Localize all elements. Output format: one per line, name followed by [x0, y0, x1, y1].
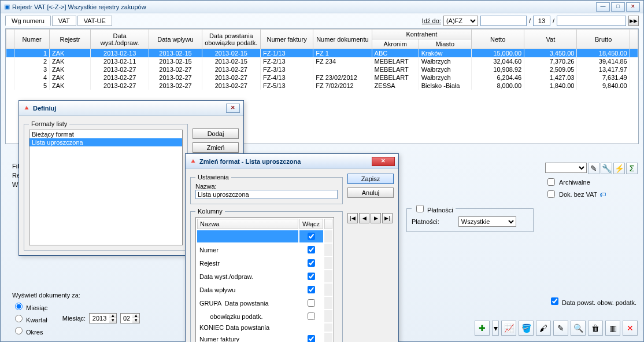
- goto-field2[interactable]: [557, 16, 626, 26]
- minimize-button[interactable]: —: [596, 2, 610, 12]
- main-titlebar: ▣ Rejestr VAT [<-Z->] Wszystkie rejestry…: [1, 1, 643, 13]
- column-row[interactable]: Data wpływu: [197, 284, 332, 296]
- archiwalne-checkbox[interactable]: [547, 178, 555, 186]
- brush-icon[interactable]: 🖌: [536, 321, 551, 336]
- year-spinner[interactable]: ▲▼: [89, 313, 117, 323]
- first-button[interactable]: |◀: [347, 213, 358, 223]
- app-icon: ▣: [4, 3, 10, 10]
- okres-radio[interactable]: [15, 327, 23, 334]
- definiuj-close-button[interactable]: ✕: [226, 104, 240, 113]
- column-row[interactable]: KONIEC Data powstania: [197, 323, 332, 332]
- column-row[interactable]: Numer faktury: [197, 333, 332, 342]
- col-miasto[interactable]: Miasto: [419, 39, 471, 49]
- column-enable-checkbox[interactable]: [308, 233, 315, 240]
- filter-edit-icon[interactable]: ✎: [588, 163, 599, 174]
- column-enable-checkbox[interactable]: [308, 273, 315, 280]
- dodaj-button[interactable]: Dodaj: [193, 128, 239, 139]
- close-icon[interactable]: ✕: [623, 321, 638, 336]
- goto-next-button[interactable]: ▶▶: [628, 16, 639, 26]
- filter-sum-icon[interactable]: Σ: [626, 163, 638, 174]
- prev-button[interactable]: ◀: [359, 213, 369, 223]
- zmien-close-button[interactable]: ✕: [372, 157, 395, 166]
- filter-flash-icon[interactable]: ⚡: [613, 163, 625, 174]
- nazwa-label: Nazwa:: [195, 183, 338, 190]
- table-row[interactable]: 3ZAK2013-02-272013-02-272013-02-27FZ-3/1…: [6, 65, 638, 73]
- tab-bar: Wg numeru VAT VAT-UE Idź do: (A)FZ / / ▶…: [1, 13, 643, 26]
- col-numer-dok[interactable]: Numer dokumentu: [313, 30, 372, 49]
- kwartal-radio[interactable]: [15, 315, 23, 322]
- filter-select[interactable]: [545, 163, 587, 173]
- datapowst-checkbox[interactable]: [551, 297, 558, 305]
- filter-tool-icon[interactable]: 🔧: [601, 163, 612, 174]
- col-netto[interactable]: Netto: [471, 30, 524, 49]
- goto-field1[interactable]: [480, 16, 527, 26]
- column-row[interactable]: Rejestr: [197, 257, 332, 269]
- list-item[interactable]: Bieżący format: [29, 130, 182, 138]
- col-brutto[interactable]: Brutto: [577, 30, 630, 49]
- add-icon[interactable]: ✚: [475, 321, 490, 336]
- column-row[interactable]: Numer: [197, 244, 332, 256]
- platnosci-toggle[interactable]: [416, 205, 424, 212]
- format-listbox[interactable]: Bieżący format Lista uproszczona: [29, 130, 183, 245]
- edit-icon[interactable]: ✎: [553, 321, 568, 336]
- anuluj-button[interactable]: Anuluj: [347, 187, 394, 198]
- column-enable-checkbox[interactable]: [308, 286, 315, 293]
- period-group: Wyświetl dokumenty za: Miesiąc Kwartał M…: [12, 292, 140, 336]
- column-enable-checkbox[interactable]: [308, 299, 315, 307]
- month-spinner[interactable]: ▲▼: [120, 313, 140, 323]
- column-row[interactable]: Data wyst./odpraw.: [197, 270, 332, 282]
- col-data-wplywu[interactable]: Data wpływu: [149, 30, 202, 49]
- toolbar-icons: ✚ ▾ 📈 🪣 🖌 ✎ 🔍 🗑 ▥ ✕: [475, 321, 638, 336]
- tab-vat-ue[interactable]: VAT-UE: [77, 16, 112, 26]
- dialog-icon: 🔺: [23, 104, 31, 112]
- col-data-powst[interactable]: Data powstania obowiązku podatk.: [202, 30, 260, 49]
- zapisz-button[interactable]: Zapisz: [347, 174, 394, 184]
- zmien-format-dialog: 🔺 Zmień format - Lista uproszczona ✕ Ust…: [185, 153, 399, 342]
- col-numer-faktury[interactable]: Numer faktury: [260, 30, 313, 49]
- column-enable-checkbox[interactable]: [308, 246, 315, 253]
- table-row[interactable]: 2ZAK2013-02-112013-02-152013-02-15FZ-2/1…: [6, 57, 638, 65]
- col-vat[interactable]: Vat: [524, 30, 577, 49]
- tab-wg-numeru[interactable]: Wg numeru: [5, 16, 51, 26]
- window-title: Rejestr VAT [<-Z->] Wszystkie rejestry z…: [12, 3, 146, 10]
- table-row[interactable]: 5ZAK2013-02-272013-02-272013-02-27FZ-5/1…: [6, 82, 638, 90]
- column-row[interactable]: GRUPA Data powstania: [197, 297, 332, 309]
- goto-page[interactable]: [533, 16, 550, 26]
- miesiac-radio[interactable]: [15, 303, 23, 310]
- dialog-icon: 🔺: [189, 157, 197, 165]
- goto-select[interactable]: (A)FZ: [443, 16, 478, 26]
- columns-icon[interactable]: ▥: [605, 321, 620, 336]
- last-button[interactable]: ▶|: [382, 213, 393, 223]
- table-row[interactable]: 4ZAK2013-02-272013-02-272013-02-27FZ-4/1…: [6, 73, 638, 82]
- col-data-wyst[interactable]: Data wyst./odpraw.: [90, 30, 149, 49]
- vat-icon: 🏷: [599, 191, 606, 198]
- magnify-icon[interactable]: 🔍: [571, 321, 586, 336]
- add-drop-icon[interactable]: ▾: [492, 321, 499, 336]
- col-kontrahent[interactable]: Kontrahent: [372, 30, 471, 39]
- trash-icon[interactable]: 🗑: [588, 321, 603, 336]
- column-enable-checkbox[interactable]: [308, 335, 315, 342]
- column-enable-checkbox[interactable]: [308, 312, 315, 320]
- next-button[interactable]: ▶: [371, 213, 381, 223]
- column-enable-checkbox[interactable]: [308, 259, 315, 267]
- zmien-button[interactable]: Zmień: [193, 142, 239, 153]
- close-button[interactable]: ✕: [626, 2, 640, 12]
- list-item[interactable]: Lista uproszczona: [29, 138, 182, 146]
- col-rejestr[interactable]: Rejestr: [50, 30, 91, 49]
- column-row[interactable]: [197, 230, 332, 242]
- platnosci-select[interactable]: Wszystkie: [458, 216, 516, 227]
- col-akronim[interactable]: Akronim: [372, 39, 419, 49]
- maximize-button[interactable]: □: [611, 2, 625, 12]
- nazwa-input[interactable]: [195, 190, 338, 199]
- column-row[interactable]: obowiązku podatk.: [197, 310, 332, 322]
- tab-vat[interactable]: VAT: [52, 16, 76, 26]
- dokbezvat-checkbox[interactable]: [547, 190, 555, 198]
- chart-icon[interactable]: 📈: [501, 321, 516, 336]
- columns-table[interactable]: Nazwa Włącz NumerRejestrData wyst./odpra…: [195, 217, 334, 342]
- goto-label: Idź do:: [422, 17, 441, 24]
- platnosci-group: Płatności Płatności: Wszystkie: [406, 203, 534, 232]
- right-panel: ✎ 🔧 ⚡ Σ Archiwalne Dok. bez VAT 🏷: [545, 163, 638, 201]
- bucket-icon[interactable]: 🪣: [519, 321, 534, 336]
- table-row[interactable]: 1ZAK2013-02-132013-02-152013-02-15FZ-1/1…: [6, 49, 638, 58]
- col-numer[interactable]: Numer: [14, 30, 50, 49]
